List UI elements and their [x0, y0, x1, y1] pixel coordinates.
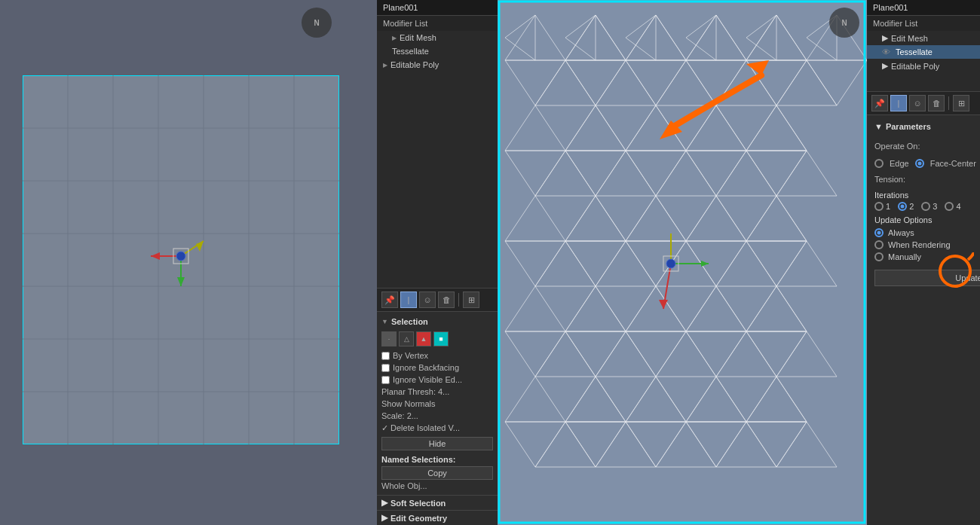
when-rendering-radio[interactable]: [874, 240, 884, 249]
when-rendering-row[interactable]: When Rendering: [874, 239, 980, 251]
copy-btn-row: Copy: [381, 466, 493, 480]
iter-3-item[interactable]: 3: [921, 202, 937, 211]
parameters-section: ▼ Parameters Operate On: ◁ ■ Edge: [867, 115, 980, 525]
params-grid-button[interactable]: ⊞: [953, 95, 969, 111]
face-mode-btn[interactable]: ▲: [416, 331, 431, 346]
svg-marker-18: [196, 241, 204, 252]
border-mode-btn[interactable]: ■: [433, 331, 449, 346]
iter-3-label: 3: [933, 202, 937, 211]
pin-button[interactable]: 📌: [381, 291, 398, 308]
edge-radio[interactable]: [874, 159, 884, 168]
params-modifier-editable-poly[interactable]: ▶ Editable Poly: [867, 59, 980, 73]
svg-point-20: [176, 252, 185, 261]
show-normals-row: Show Normals: [381, 398, 493, 410]
iter-4-radio[interactable]: [945, 202, 954, 211]
params-arrow-icon-poly: ▶: [882, 61, 888, 71]
right-viewport-panel[interactable]: N: [498, 0, 867, 525]
planar-thresh-row: Planar Thresh: 4...: [381, 386, 493, 398]
left-viewport-panel: N: [0, 0, 377, 525]
by-vertex-checkbox[interactable]: [381, 352, 390, 360]
edit-geometry-header[interactable]: ▶ Edit Geometry: [377, 510, 498, 525]
edit-geo-toggle-icon: ▶: [381, 513, 387, 523]
delete-isolated-row: ✓ Delete Isolated V...: [381, 422, 493, 435]
edge-face-center-group: Edge Face-Center: [874, 157, 980, 170]
modifier-edit-mesh[interactable]: ▶ Edit Mesh: [377, 31, 498, 44]
params-pin-button[interactable]: 📌: [871, 95, 888, 111]
edge-mode-btn[interactable]: △: [399, 331, 414, 346]
compass-label: N: [314, 19, 319, 27]
left-viewport[interactable]: N: [0, 0, 377, 525]
hide-button[interactable]: Hide: [381, 437, 493, 450]
modifier-list-label-left: Modifier List: [377, 16, 498, 31]
soft-sel-toggle-icon: ▶: [381, 498, 387, 508]
tessellated-grid: [498, 0, 867, 525]
iterations-label: Iterations: [874, 191, 980, 202]
modifier-toolbar-left: 📌 | ☺ 🗑 ⊞: [377, 288, 498, 312]
iter-2-radio[interactable]: [898, 202, 907, 211]
iter-1-label: 1: [886, 202, 890, 211]
vertex-mode-btn[interactable]: ·: [381, 331, 397, 346]
always-row[interactable]: Always: [874, 227, 980, 239]
iter-1-radio[interactable]: [874, 202, 884, 211]
modifier-grid-button[interactable]: ⊞: [463, 291, 479, 308]
params-toggle-icon: ▼: [874, 122, 883, 131]
params-modifier-tessellate[interactable]: 👁 Tessellate: [867, 45, 980, 59]
middle-modifier-panel: Plane001 Modifier List ▶ Edit Mesh Tesse…: [377, 0, 498, 525]
params-delete-button[interactable]: 🗑: [928, 95, 945, 111]
update-options-label: Update Options: [874, 215, 980, 227]
modifier-delete-button[interactable]: 🗑: [438, 291, 455, 308]
modifier-stack-left: ▶ Edit Mesh Tessellate ▶ Editable Poly: [377, 31, 498, 288]
modifier-edit-button[interactable]: |: [400, 291, 417, 308]
when-rendering-label: When Rendering: [888, 240, 951, 249]
svg-marker-14: [151, 252, 160, 260]
svg-point-135: [940, 256, 970, 286]
iter-1-item[interactable]: 1: [874, 202, 890, 211]
operate-on-label: Operate On:: [874, 142, 920, 151]
modifier-show-button[interactable]: ☺: [419, 291, 436, 308]
arrow-icon-poly: ▶: [383, 62, 387, 69]
params-modifier-edit-mesh[interactable]: ▶ Edit Mesh: [867, 31, 980, 45]
svg-point-134: [666, 259, 675, 268]
whole-obj-row: Whole Obj...: [381, 480, 493, 492]
copy-button[interactable]: Copy: [381, 466, 493, 480]
ignore-visible-checkbox[interactable]: [381, 376, 390, 384]
selection-header[interactable]: ▼ Selection: [381, 315, 493, 328]
operate-on-row: Operate On: ◁ ■: [874, 136, 980, 157]
modifier-editable-poly[interactable]: ▶ Editable Poly: [377, 58, 498, 72]
tension-row: Tension:: [874, 170, 980, 188]
face-center-radio[interactable]: [915, 159, 924, 168]
parameters-header[interactable]: ▼ Parameters: [874, 120, 980, 136]
arrow-icon: ▶: [392, 35, 397, 41]
modifier-tessellate[interactable]: Tessellate: [377, 44, 498, 58]
manually-label: Manually: [888, 252, 921, 261]
iter-4-item[interactable]: 4: [945, 202, 960, 211]
params-modifier-stack: ▶ Edit Mesh 👁 Tessellate ▶ Editable Poly: [867, 31, 980, 91]
selection-label: Selection: [391, 317, 428, 326]
orange-circle-annotation: [936, 252, 974, 290]
named-selections-label: Named Selections:: [381, 453, 493, 466]
gizmo-left: [136, 211, 226, 301]
params-edit-button[interactable]: |: [890, 95, 907, 111]
always-label: Always: [888, 228, 914, 237]
toggle-arrow-icon: ▼: [381, 318, 388, 325]
ignore-visible-ed-row: Ignore Visible Ed...: [381, 374, 493, 386]
iterations-radios: 1 2 3 4: [874, 202, 980, 211]
soft-selection-header[interactable]: ▶ Soft Selection: [377, 495, 498, 510]
iter-3-radio[interactable]: [921, 202, 930, 211]
ignore-backfacing-checkbox[interactable]: [381, 364, 390, 372]
iter-2-label: 2: [909, 202, 914, 211]
scale-row: Scale: 2...: [381, 410, 493, 422]
selection-modes: · △ ▲ ■: [381, 328, 493, 349]
params-modifier-list-label: Modifier List: [867, 16, 980, 31]
manually-radio[interactable]: [874, 252, 884, 261]
params-show-button[interactable]: ☺: [909, 95, 926, 111]
always-radio[interactable]: [874, 228, 884, 237]
right-params-panel: Plane001 Modifier List ▶ Edit Mesh 👁 Tes…: [867, 0, 980, 525]
viewport-compass: N: [302, 8, 332, 38]
svg-marker-16: [177, 277, 185, 286]
iter-2-item[interactable]: 2: [898, 202, 914, 211]
object-title-left: Plane001: [377, 0, 498, 16]
eye-icon[interactable]: 👁: [882, 47, 890, 56]
hide-row: Hide: [381, 435, 493, 453]
face-center-label: Face-Center: [930, 159, 976, 168]
